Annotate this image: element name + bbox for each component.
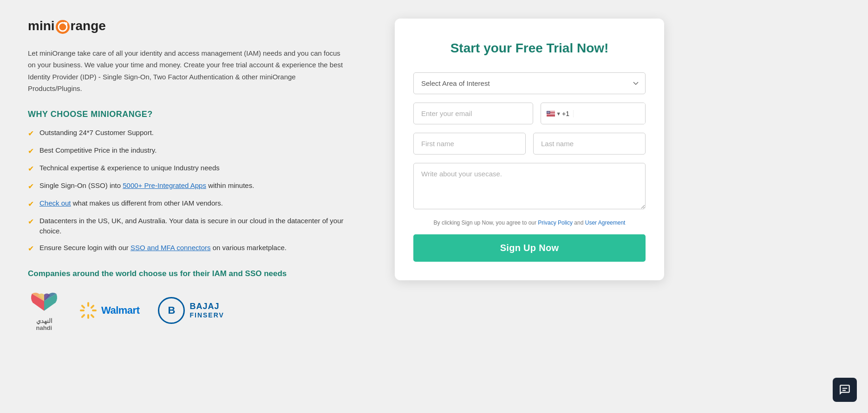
list-item: ✔ Best Competitive Price in the industry… — [28, 145, 353, 157]
email-phone-row: ▼ +1 — [413, 103, 646, 124]
svg-rect-10 — [90, 314, 95, 318]
svg-point-26 — [548, 111, 549, 112]
usecase-group — [413, 163, 646, 211]
svg-rect-42 — [842, 388, 848, 389]
phone-input[interactable] — [574, 103, 646, 124]
svg-point-30 — [548, 112, 548, 112]
svg-rect-4 — [87, 314, 89, 319]
bajaj-brand-label: BAJAJ — [189, 302, 224, 311]
svg-point-21 — [548, 111, 548, 111]
svg-rect-43 — [842, 390, 846, 391]
svg-point-35 — [548, 112, 549, 113]
svg-point-24 — [547, 111, 548, 112]
svg-point-22 — [548, 111, 549, 111]
check-icon: ✔ — [28, 199, 34, 210]
list-item: ✔ Ensure Secure login with our SSO and M… — [28, 243, 353, 254]
svg-rect-6 — [92, 310, 97, 311]
last-name-field[interactable] — [533, 133, 646, 155]
svg-point-39 — [548, 113, 548, 113]
walmart-spark-icon — [79, 301, 98, 320]
features-list: ✔ Outstanding 24*7 Customer Support. ✔ B… — [28, 128, 353, 254]
svg-rect-16 — [547, 114, 555, 115]
check-icon: ✔ — [28, 146, 34, 157]
pre-integrated-apps-link[interactable]: 5000+ Pre-Integrated Apps — [123, 181, 206, 189]
list-item: ✔ Datacenters in the US, UK, and Austral… — [28, 216, 353, 237]
svg-point-27 — [549, 111, 549, 112]
area-of-interest-select[interactable]: Select Area of Interest Single Sign-On (… — [413, 72, 646, 94]
phone-flag[interactable]: ▼ +1 — [541, 110, 574, 117]
svg-point-32 — [549, 112, 550, 112]
svg-point-19 — [547, 111, 548, 111]
companies-heading: Companies around the world choose us for… — [28, 269, 353, 278]
svg-rect-17 — [547, 115, 555, 116]
user-agreement-link[interactable]: User Agreement — [585, 219, 626, 226]
list-item: ✔ Technical expertise & experience to un… — [28, 163, 353, 174]
bajaj-finserv-label: FINSERV — [189, 311, 224, 319]
check-icon: ✔ — [28, 128, 34, 139]
signup-button[interactable]: Sign Up Now — [413, 234, 646, 262]
check-out-link[interactable]: Check out — [39, 199, 71, 207]
logo-icon — [55, 19, 70, 34]
form-title: Start your Free Trial Now! — [413, 41, 646, 56]
svg-point-20 — [548, 111, 548, 111]
svg-point-25 — [548, 111, 548, 112]
list-item: ✔ Outstanding 24*7 Customer Support. — [28, 128, 353, 139]
svg-point-34 — [548, 112, 548, 113]
bajaj-circle-icon: B — [158, 297, 185, 324]
svg-point-41 — [549, 113, 550, 113]
first-name-field[interactable] — [413, 133, 526, 155]
name-row — [413, 133, 646, 155]
svg-point-29 — [548, 112, 548, 112]
email-field[interactable] — [413, 103, 533, 124]
svg-rect-5 — [80, 310, 85, 311]
company-logos: النهديnahdi — [28, 290, 353, 331]
svg-rect-15 — [547, 114, 555, 115]
nahdi-label: النهديnahdi — [36, 317, 52, 331]
area-of-interest-group: Select Area of Interest Single Sign-On (… — [413, 72, 646, 94]
svg-point-36 — [549, 112, 549, 113]
svg-rect-3 — [87, 302, 89, 307]
bajaj-logo: B BAJAJ FINSERV — [158, 297, 224, 324]
phone-input-wrap: ▼ +1 — [541, 103, 646, 124]
svg-point-23 — [549, 111, 550, 111]
sso-mfa-link[interactable]: SSO and MFA connectors — [131, 244, 211, 252]
list-item: ✔ Check out what makes us different from… — [28, 198, 353, 210]
tagline: Let miniOrange take care of all your ide… — [28, 47, 344, 95]
check-icon: ✔ — [28, 181, 34, 192]
check-icon: ✔ — [28, 243, 34, 254]
nahdi-logo: النهديnahdi — [28, 290, 60, 331]
phone-code: +1 — [562, 110, 569, 117]
usecase-textarea[interactable] — [413, 163, 646, 209]
walmart-label: Walmart — [101, 304, 139, 316]
svg-point-37 — [547, 113, 548, 113]
signup-form-card: Start your Free Trial Now! Select Area o… — [395, 19, 664, 280]
chat-button[interactable] — [833, 378, 857, 402]
svg-point-33 — [547, 112, 548, 113]
agreement-text: By clicking Sign up Now, you agree to ou… — [413, 219, 646, 226]
check-icon: ✔ — [28, 163, 34, 174]
svg-point-38 — [548, 113, 548, 113]
check-icon: ✔ — [28, 216, 34, 227]
logo-text: mini range — [28, 19, 106, 34]
chat-icon — [839, 384, 851, 396]
walmart-logo: Walmart — [79, 301, 139, 320]
svg-point-28 — [547, 112, 548, 112]
svg-point-31 — [548, 112, 549, 112]
logo: mini range — [28, 19, 353, 34]
svg-rect-8 — [90, 304, 95, 309]
why-heading: WHY CHOOSE MINIORANGE? — [28, 110, 353, 119]
svg-rect-9 — [81, 314, 85, 318]
nahdi-heart-icon — [28, 290, 60, 317]
svg-point-40 — [548, 113, 549, 113]
us-flag-icon — [547, 110, 555, 117]
svg-rect-7 — [81, 304, 85, 309]
list-item: ✔ Single Sign-On (SSO) into 5000+ Pre-In… — [28, 181, 353, 192]
privacy-policy-link[interactable]: Privacy Policy — [538, 219, 573, 226]
